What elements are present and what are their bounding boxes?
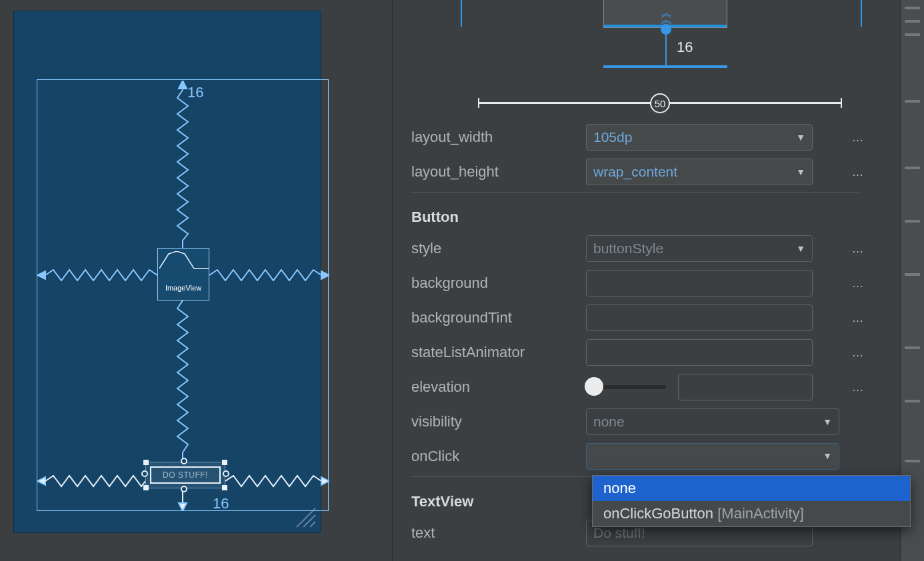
- prop-row-style: style buttonStyle ▼ …: [410, 231, 884, 266]
- prop-label: text: [410, 524, 586, 542]
- horizontal-bias-slider[interactable]: 50: [478, 96, 842, 109]
- caret-down-icon: ▼: [823, 416, 832, 427]
- prop-row-layout-height: layout_height wrap_content ▼ …: [410, 155, 884, 189]
- button-component-text: DO STUFF!: [150, 466, 221, 484]
- caret-down-icon: ▼: [796, 167, 805, 177]
- svg-marker-2: [321, 271, 329, 279]
- elevation-input[interactable]: [678, 374, 813, 400]
- backgroundtint-input[interactable]: [586, 304, 813, 331]
- svg-marker-4: [321, 477, 329, 485]
- svg-marker-1: [37, 271, 45, 279]
- margin-bottom-value: 16: [213, 495, 229, 512]
- constraint-widget[interactable]: ︽︽ 16 50: [410, 0, 863, 120]
- prop-label: style: [410, 240, 586, 257]
- more-actions-button[interactable]: …: [848, 242, 868, 256]
- constraint-widget-right-rail: [861, 0, 862, 27]
- resize-grip-icon[interactable]: [293, 504, 317, 528]
- text-value: Do stuff!: [593, 525, 645, 541]
- prop-row-layout-width: layout_width 105dp ▼ …: [410, 120, 884, 155]
- constraint-spring-top: [176, 81, 189, 249]
- more-actions-button[interactable]: …: [848, 277, 868, 290]
- background-input[interactable]: [586, 270, 813, 296]
- statelistanimator-input[interactable]: [586, 339, 813, 366]
- elevation-slider[interactable]: [586, 385, 666, 389]
- constraint-anchor[interactable]: [141, 470, 148, 477]
- prop-label: stateListAnimator: [410, 344, 586, 361]
- layout-width-combo[interactable]: 105dp ▼: [586, 124, 813, 151]
- constraint-widget-bottom-margin-value[interactable]: 16: [677, 39, 693, 56]
- prop-label: backgroundTint: [410, 309, 586, 326]
- prop-row-elevation: elevation …: [410, 370, 884, 404]
- prop-row-onclick: onClick ▼: [410, 439, 884, 474]
- constraint-spring-middle: [176, 300, 189, 460]
- more-actions-button[interactable]: …: [848, 165, 868, 179]
- prop-row-statelistanimator: stateListAnimator …: [410, 335, 884, 370]
- section-header-button: Button: [410, 197, 884, 231]
- caret-down-icon: ▼: [823, 450, 832, 461]
- prop-label: background: [410, 275, 586, 292]
- svg-marker-5: [179, 503, 187, 511]
- svg-line-8: [310, 522, 315, 527]
- prop-label: onClick: [410, 448, 586, 465]
- onclick-dropdown-popup[interactable]: none onClickGoButton [MainActivity]: [592, 475, 911, 527]
- constraint-widget-bottom-anchor[interactable]: [661, 24, 671, 35]
- dropdown-option-onclickgobutton[interactable]: onClickGoButton [MainActivity]: [593, 501, 910, 526]
- button-component-selected[interactable]: DO STUFF!: [145, 462, 225, 488]
- onclick-combo[interactable]: ▼: [586, 443, 839, 470]
- imageview-curve-icon: [159, 251, 209, 270]
- resize-handle[interactable]: [143, 485, 149, 490]
- imageview-label: ImageView: [158, 284, 209, 292]
- prop-label: layout_height: [410, 163, 586, 181]
- constraint-spring-left-btn: [37, 474, 145, 488]
- dropdown-option-label: onClickGoButton: [603, 505, 717, 522]
- dropdown-option-none[interactable]: none: [593, 476, 910, 501]
- constraint-anchor[interactable]: [181, 486, 187, 492]
- constraint-spring-right-img: [209, 268, 329, 282]
- separator: [411, 192, 860, 193]
- constraint-widget-left-rail: [461, 0, 462, 27]
- more-actions-button[interactable]: …: [848, 311, 868, 325]
- onclick-input[interactable]: [592, 449, 789, 464]
- prop-label: layout_width: [410, 129, 586, 146]
- prop-label: visibility: [410, 413, 586, 430]
- prop-row-background: background …: [410, 266, 884, 300]
- prop-row-backgroundtint: backgroundTint …: [410, 300, 884, 335]
- constraint-spring-left-img: [37, 268, 157, 282]
- style-combo[interactable]: buttonStyle ▼: [586, 235, 813, 262]
- visibility-combo[interactable]: none ▼: [586, 408, 839, 435]
- visibility-value: none: [593, 414, 625, 430]
- constraint-widget-bottom-bar: [603, 65, 727, 68]
- more-actions-button[interactable]: …: [848, 380, 868, 394]
- layout-height-combo[interactable]: wrap_content ▼: [586, 159, 813, 185]
- dropdown-option-label: none: [603, 480, 636, 496]
- margin-top-value: 16: [187, 84, 203, 101]
- blueprint-design-surface[interactable]: 16 16 ImageView DO STUFF!: [13, 11, 321, 533]
- resize-handle[interactable]: [222, 485, 227, 490]
- svg-line-7: [303, 515, 315, 527]
- svg-marker-0: [179, 81, 187, 89]
- constraint-widget-bottom-link: [665, 35, 667, 68]
- caret-down-icon: ▼: [796, 132, 805, 143]
- svg-marker-3: [37, 477, 45, 485]
- prop-label: elevation: [410, 378, 586, 396]
- constraint-widget-chevrons-icon: ︽︽: [661, 9, 673, 23]
- dropdown-option-context: [MainActivity]: [717, 505, 804, 522]
- constraint-spring-right-btn: [225, 474, 329, 488]
- resize-handle[interactable]: [143, 460, 149, 465]
- imageview-component[interactable]: ImageView: [157, 248, 209, 300]
- prop-row-visibility: visibility none ▼: [410, 404, 884, 439]
- resize-handle[interactable]: [222, 460, 227, 465]
- more-actions-button[interactable]: …: [848, 346, 868, 360]
- caret-down-icon: ▼: [796, 243, 805, 254]
- style-value: buttonStyle: [593, 241, 663, 257]
- constraint-anchor[interactable]: [181, 458, 187, 464]
- constraint-anchor[interactable]: [223, 470, 229, 477]
- bias-thumb[interactable]: 50: [650, 93, 670, 113]
- layout-width-value: 105dp: [593, 129, 632, 145]
- elevation-thumb[interactable]: [585, 377, 603, 396]
- layout-height-value: wrap_content: [593, 164, 677, 180]
- more-actions-button[interactable]: …: [848, 131, 868, 145]
